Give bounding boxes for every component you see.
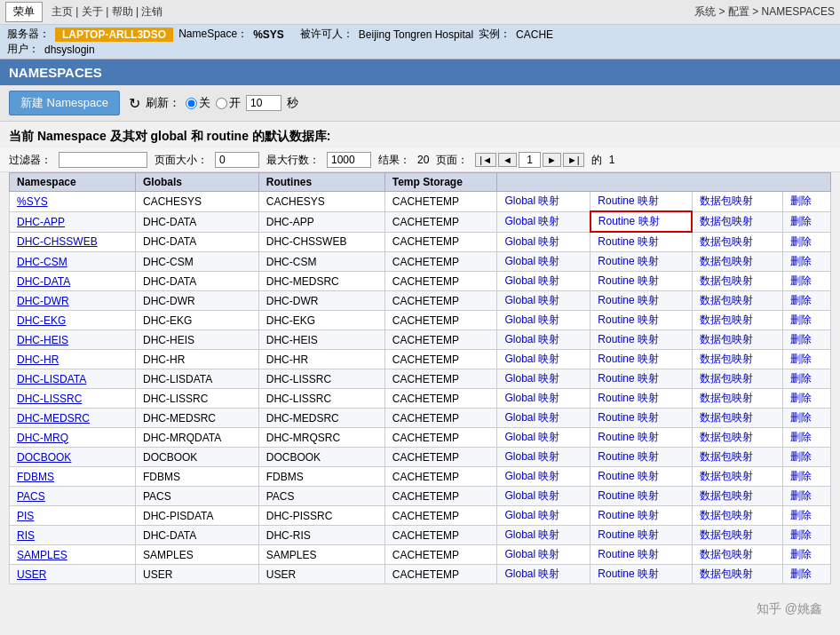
page-last-button[interactable]: ►| xyxy=(563,153,584,167)
sys-link[interactable]: 系统 xyxy=(694,5,716,18)
data-map-link[interactable]: 数据包映射 xyxy=(700,568,753,580)
namespace-link[interactable]: DHC-MEDSRC xyxy=(17,412,90,425)
delete-link[interactable]: 删除 xyxy=(790,411,812,424)
page-current-input[interactable] xyxy=(519,152,541,168)
data-map-link[interactable]: 数据包映射 xyxy=(700,194,753,207)
page-next-button[interactable]: ► xyxy=(543,153,561,167)
data-map-link[interactable]: 数据包映射 xyxy=(700,470,753,482)
data-map-link[interactable]: 数据包映射 xyxy=(700,372,753,385)
data-map-link[interactable]: 数据包映射 xyxy=(700,509,753,521)
global-map-link[interactable]: Global 映射 xyxy=(504,235,559,248)
namespace-link[interactable]: DOCBOOK xyxy=(17,451,71,464)
global-map-link[interactable]: Global 映射 xyxy=(504,509,559,521)
data-map-link[interactable]: 数据包映射 xyxy=(700,392,753,404)
data-map-link[interactable]: 数据包映射 xyxy=(700,431,753,443)
refresh-interval-input[interactable] xyxy=(246,95,281,111)
global-map-link[interactable]: Global 映射 xyxy=(504,194,559,207)
radio-on-label[interactable]: 开 xyxy=(216,95,241,111)
routine-map-link[interactable]: Routine 映射 xyxy=(598,431,659,443)
delete-link[interactable]: 删除 xyxy=(790,392,812,404)
config-link[interactable]: 配置 xyxy=(728,5,749,18)
global-map-link[interactable]: Global 映射 xyxy=(504,411,559,424)
data-map-link[interactable]: 数据包映射 xyxy=(700,411,753,424)
global-map-link[interactable]: Global 映射 xyxy=(504,489,559,502)
delete-link[interactable]: 删除 xyxy=(790,255,812,267)
routine-map-link[interactable]: Routine 映射 xyxy=(598,294,659,306)
delete-link[interactable]: 删除 xyxy=(790,333,812,345)
routine-map-link[interactable]: Routine 映射 xyxy=(598,450,659,463)
page-first-button[interactable]: |◄ xyxy=(475,153,496,167)
data-map-link[interactable]: 数据包映射 xyxy=(700,333,753,345)
namespace-link[interactable]: DHC-DWR xyxy=(17,295,69,307)
new-namespace-button[interactable]: 新建 Namespace xyxy=(9,91,120,115)
maxrows-input[interactable] xyxy=(327,152,371,168)
data-map-link[interactable]: 数据包映射 xyxy=(700,528,753,541)
delete-link[interactable]: 删除 xyxy=(790,528,812,541)
namespace-link[interactable]: DHC-LISSRC xyxy=(17,393,82,405)
delete-link[interactable]: 删除 xyxy=(790,450,812,463)
data-map-link[interactable]: 数据包映射 xyxy=(700,353,753,365)
routine-map-link[interactable]: Routine 映射 xyxy=(598,235,659,248)
delete-link[interactable]: 删除 xyxy=(790,194,812,207)
routine-map-link[interactable]: Routine 映射 xyxy=(598,314,659,326)
global-map-link[interactable]: Global 映射 xyxy=(504,314,559,326)
delete-link[interactable]: 删除 xyxy=(790,470,812,482)
delete-link[interactable]: 删除 xyxy=(790,489,812,502)
global-map-link[interactable]: Global 映射 xyxy=(504,353,559,365)
radio-off-label[interactable]: 关 xyxy=(186,95,210,111)
pagesize-input[interactable] xyxy=(215,152,259,168)
namespace-link[interactable]: PIS xyxy=(17,510,34,522)
namespace-link[interactable]: DHC-HR xyxy=(17,353,59,366)
namespace-link[interactable]: DHC-APP xyxy=(17,216,65,228)
namespace-link[interactable]: DHC-MRQ xyxy=(17,432,68,444)
page-prev-button[interactable]: ◄ xyxy=(498,153,517,167)
global-map-link[interactable]: Global 映射 xyxy=(504,392,559,404)
namespace-link[interactable]: DHC-LISDATA xyxy=(17,373,86,385)
data-map-link[interactable]: 数据包映射 xyxy=(700,314,753,326)
routine-map-link[interactable]: Routine 映射 xyxy=(598,509,659,521)
menu-link-home[interactable]: 主页 xyxy=(52,5,73,18)
global-map-link[interactable]: Global 映射 xyxy=(504,548,559,560)
delete-link[interactable]: 删除 xyxy=(790,274,812,287)
delete-link[interactable]: 删除 xyxy=(790,372,812,385)
namespace-link[interactable]: PACS xyxy=(17,490,45,503)
filter-input[interactable] xyxy=(59,152,147,168)
global-map-link[interactable]: Global 映射 xyxy=(504,528,559,541)
routine-map-link[interactable]: Routine 映射 xyxy=(598,215,660,227)
namespace-link[interactable]: USER xyxy=(17,568,46,581)
namespace-link[interactable]: DHC-CSM xyxy=(17,256,67,268)
delete-link[interactable]: 删除 xyxy=(790,314,812,326)
delete-link[interactable]: 删除 xyxy=(790,215,812,227)
namespace-link[interactable]: RIS xyxy=(17,529,35,542)
routine-map-link[interactable]: Routine 映射 xyxy=(598,548,659,560)
data-map-link[interactable]: 数据包映射 xyxy=(700,548,753,560)
global-map-link[interactable]: Global 映射 xyxy=(504,450,559,463)
delete-link[interactable]: 删除 xyxy=(790,235,812,248)
global-map-link[interactable]: Global 映射 xyxy=(504,274,559,287)
routine-map-link[interactable]: Routine 映射 xyxy=(598,274,659,287)
routine-map-link[interactable]: Routine 映射 xyxy=(598,411,659,424)
menu-link-help[interactable]: 帮助 xyxy=(112,5,133,18)
routine-map-link[interactable]: Routine 映射 xyxy=(598,470,659,482)
global-map-link[interactable]: Global 映射 xyxy=(504,333,559,345)
delete-link[interactable]: 删除 xyxy=(790,509,812,521)
delete-link[interactable]: 删除 xyxy=(790,353,812,365)
global-map-link[interactable]: Global 映射 xyxy=(504,431,559,443)
routine-map-link[interactable]: Routine 映射 xyxy=(598,489,659,502)
global-map-link[interactable]: Global 映射 xyxy=(504,255,559,267)
data-map-link[interactable]: 数据包映射 xyxy=(700,215,753,227)
routine-map-link[interactable]: Routine 映射 xyxy=(598,353,659,365)
delete-link[interactable]: 删除 xyxy=(790,568,812,580)
menu-tab-home[interactable]: 荣单 xyxy=(5,2,43,22)
global-map-link[interactable]: Global 映射 xyxy=(504,294,559,306)
namespace-link[interactable]: FDBMS xyxy=(17,471,54,483)
delete-link[interactable]: 删除 xyxy=(790,294,812,306)
namespace-link[interactable]: DHC-DATA xyxy=(17,275,70,288)
routine-map-link[interactable]: Routine 映射 xyxy=(598,255,659,267)
routine-map-link[interactable]: Routine 映射 xyxy=(598,333,659,345)
data-map-link[interactable]: 数据包映射 xyxy=(700,294,753,306)
routine-map-link[interactable]: Routine 映射 xyxy=(598,528,659,541)
data-map-link[interactable]: 数据包映射 xyxy=(700,255,753,267)
data-map-link[interactable]: 数据包映射 xyxy=(700,489,753,502)
data-map-link[interactable]: 数据包映射 xyxy=(700,235,753,248)
